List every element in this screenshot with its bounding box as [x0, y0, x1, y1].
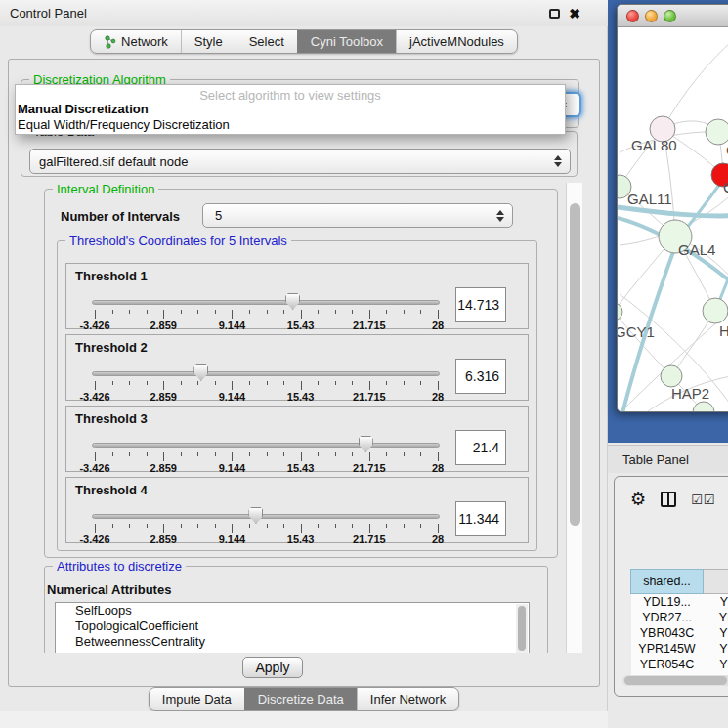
algorithm-options: Manual DiscretizationEqual Width/Frequen…	[16, 101, 565, 132]
node-table[interactable]: shared...na YDL19...YDL1YDR27...YDR2YBR0…	[622, 523, 728, 682]
network-view-window: GAL80GACGAL11GAL4GCY1HHAP2	[617, 4, 728, 412]
tick-label: -3.426	[79, 462, 109, 474]
slider-thumb[interactable]	[193, 364, 208, 381]
table-row[interactable]: YBR043CYBR0	[631, 625, 728, 641]
tab-label: Infer Network	[370, 692, 446, 707]
network-icon	[104, 35, 116, 49]
network-node-label: HAP2	[671, 385, 709, 402]
table-row[interactable]: YDL19...YDL1	[631, 594, 728, 611]
attribute-item[interactable]: SelfLoops	[56, 603, 529, 619]
table-cell[interactable]: YBR0	[704, 625, 728, 641]
mac-close-icon[interactable]	[626, 10, 639, 22]
tab-label: Select	[249, 34, 284, 49]
control-panel-titlebar: Control Panel ✖	[0, 0, 608, 26]
apply-button[interactable]: Apply	[242, 657, 303, 678]
network-edge[interactable]	[663, 35, 728, 129]
slider-ticks	[92, 310, 440, 319]
tab-cyni-toolbox[interactable]: Cyni Toolbox	[297, 30, 396, 53]
slider-track[interactable]	[92, 300, 440, 305]
slider-tick-labels: -3.4262.8599.14415.4321.71528	[92, 462, 440, 474]
threshold-value-field[interactable]: 21.4	[455, 430, 506, 465]
slider-thumb[interactable]	[359, 436, 373, 452]
bottom-tab-row: Impute DataDiscretize DataInfer Network	[0, 687, 608, 711]
table-cell[interactable]: YDR27...	[631, 610, 704, 625]
table-column-header[interactable]: na	[704, 570, 728, 594]
table-column-header[interactable]: shared...	[631, 570, 704, 594]
number-of-intervals-combobox[interactable]: 5	[202, 203, 513, 228]
table-hscrollbar[interactable]	[622, 675, 728, 686]
tick-label: 15.43	[287, 320, 315, 331]
top-tab-row: NetworkStyleSelectCyni ToolboxjActiveMNo…	[0, 29, 608, 54]
tick-label: 21.715	[353, 462, 386, 474]
table-cell[interactable]: YER054C	[631, 657, 704, 672]
table-panel-title: Table Panel	[622, 452, 689, 467]
attribute-item[interactable]: TopologicalCoefficient	[56, 619, 529, 634]
table-hscrollbar-thumb[interactable]	[624, 676, 727, 685]
table-row[interactable]: YDR27...YDR2	[631, 610, 728, 625]
numerical-attributes-label: Numerical Attributes	[47, 582, 171, 597]
tick-label: 15.43	[287, 462, 315, 474]
tick-label: 28	[432, 391, 444, 403]
threshold-panel-2: Threshold 2-3.4262.8599.14415.4321.71528…	[65, 334, 529, 401]
table-cell[interactable]: YDL1	[704, 594, 728, 611]
tab-impute-data[interactable]: Impute Data	[150, 688, 244, 710]
attribute-item[interactable]: BetweennessCentrality	[56, 634, 529, 650]
network-node[interactable]	[618, 303, 622, 321]
attributes-scrollbar[interactable]	[516, 604, 528, 653]
table-data-combobox[interactable]: galFiltered.sif default node	[29, 149, 571, 174]
control-panel-title: Control Panel	[10, 6, 87, 21]
network-node[interactable]	[661, 365, 682, 387]
network-edge[interactable]	[618, 312, 671, 376]
slider-thumb[interactable]	[248, 507, 263, 524]
settings-scrollbar[interactable]	[566, 183, 582, 653]
columns-icon[interactable]	[661, 492, 676, 507]
slider-thumb[interactable]	[285, 293, 300, 310]
slider-track[interactable]	[92, 514, 440, 519]
tab-infer-network[interactable]: Infer Network	[357, 688, 458, 710]
table-cell[interactable]: YBR043C	[631, 625, 704, 641]
table-cell[interactable]: YDR2	[704, 610, 728, 625]
mac-minimize-icon[interactable]	[645, 10, 658, 22]
slider-track[interactable]	[92, 443, 440, 448]
tab-label: Style	[194, 34, 223, 49]
network-node-label: GAL80	[631, 137, 677, 153]
network-node-label: H	[719, 322, 728, 339]
tab-select[interactable]: Select	[236, 30, 297, 53]
settings-scroll-viewport: Interval Definition Number of Intervals …	[17, 183, 574, 653]
table-cell[interactable]: YER0	[704, 657, 728, 672]
network-node-label: C	[723, 179, 728, 195]
table-cell[interactable]: YPR145W	[631, 641, 704, 657]
tab-style[interactable]: Style	[181, 30, 236, 53]
algorithm-option[interactable]: Equal Width/Frequency Discretization	[16, 116, 565, 132]
threshold-value-field[interactable]: 11.344	[455, 501, 506, 536]
checkboxes-icon[interactable]: ☑☑	[691, 492, 715, 507]
network-node[interactable]	[706, 119, 728, 145]
float-window-icon[interactable]	[549, 9, 560, 19]
network-node[interactable]	[703, 298, 728, 323]
table-cell[interactable]: YPR1	[704, 641, 728, 657]
gear-icon[interactable]: ⚙	[630, 491, 646, 508]
settings-scrollbar-thumb[interactable]	[570, 203, 580, 526]
slider-tick-labels: -3.4262.8599.14415.4321.71528	[92, 320, 440, 331]
number-of-intervals-value: 5	[203, 208, 496, 223]
network-canvas[interactable]: GAL80GACGAL11GAL4GCY1HHAP2	[618, 27, 728, 412]
close-icon[interactable]: ✖	[569, 8, 580, 20]
network-edge-thick[interactable]	[618, 207, 728, 216]
tab-discretize-data[interactable]: Discretize Data	[244, 688, 357, 710]
table-row[interactable]: YER054CYER0	[631, 657, 728, 672]
tick-label: 2.859	[150, 462, 177, 474]
table-row[interactable]: YPR145WYPR1	[631, 641, 728, 657]
threshold-value-field[interactable]: 14.713	[455, 287, 506, 322]
mac-zoom-icon[interactable]	[664, 10, 676, 22]
numerical-attributes-list[interactable]: SelfLoopsTopologicalCoefficientBetweenne…	[55, 602, 530, 653]
threshold-value-field[interactable]: 6.316	[455, 359, 506, 394]
algorithm-option[interactable]: Manual Discretization	[16, 101, 565, 116]
attributes-scrollbar-thumb[interactable]	[518, 606, 526, 651]
threshold-label: Threshold 4	[75, 483, 148, 497]
table-cell[interactable]: YDL19...	[631, 594, 704, 611]
tab-network[interactable]: Network	[91, 30, 181, 53]
thresholds-group: Threshold's Coordinates for 5 Intervals …	[57, 240, 537, 551]
tab-jactivemnodules[interactable]: jActiveMNodules	[396, 30, 517, 53]
slider-track[interactable]	[92, 371, 440, 376]
tick-label: 9.144	[219, 320, 246, 331]
